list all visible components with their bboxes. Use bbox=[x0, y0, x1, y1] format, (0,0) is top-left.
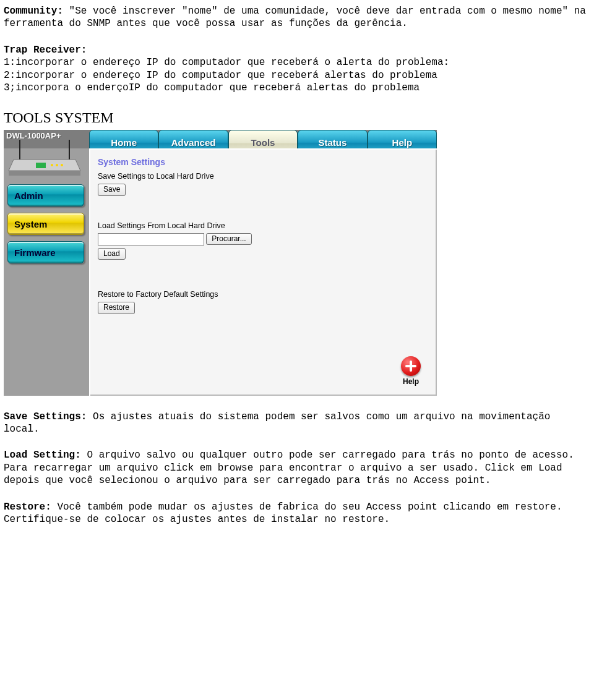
label-load-setting: Load Setting: bbox=[4, 450, 81, 461]
save-button[interactable]: Save bbox=[98, 184, 126, 195]
svg-rect-3 bbox=[36, 163, 46, 168]
side-admin[interactable]: Admin bbox=[7, 184, 84, 207]
trap-line-2: 2:incorporar o endereço IP do computador… bbox=[4, 70, 437, 81]
svg-point-4 bbox=[51, 164, 53, 166]
load-button[interactable]: Load bbox=[98, 248, 126, 260]
label-save-settings: Save Settings: bbox=[4, 411, 87, 422]
svg-rect-2 bbox=[9, 171, 80, 176]
main-panel: System Settings Save Settings to Local H… bbox=[89, 148, 437, 396]
para-community: Community: "Se você inscrever "nome" de … bbox=[4, 5, 590, 30]
screenshot-tools-system: DWL-1000AP+ Home Advanced Tools Status H… bbox=[4, 130, 437, 396]
text-restore: Você também pode mudar os ajustes de fab… bbox=[4, 502, 562, 525]
load-file-input[interactable] bbox=[98, 233, 204, 245]
trap-line-3: 3;incorpora o enderçoIP do computador qu… bbox=[4, 82, 420, 93]
text-community: "Se você inscrever "nome" de uma comunid… bbox=[4, 6, 586, 29]
label-restore: Restore: bbox=[4, 502, 51, 513]
para-trap-receiver: Trap Receiver: 1:incorporar o endereço I… bbox=[4, 44, 590, 95]
help-block[interactable]: Help bbox=[395, 356, 427, 386]
help-label: Help bbox=[395, 377, 427, 386]
text-load-setting: O arquivo salvo ou qualquer outro pode s… bbox=[4, 450, 574, 486]
svg-point-5 bbox=[56, 164, 58, 166]
para-save-settings: Save Settings: Os ajustes atuais do sist… bbox=[4, 411, 590, 436]
system-settings-title: System Settings bbox=[98, 157, 428, 168]
para-load-setting: Load Setting: O arquivo salvo ou qualque… bbox=[4, 449, 590, 487]
label-trap-receiver: Trap Receiver: bbox=[4, 45, 87, 56]
restore-label: Restore to Factory Default Settings bbox=[98, 289, 428, 299]
svg-point-6 bbox=[61, 164, 63, 166]
side-system[interactable]: System bbox=[7, 213, 84, 235]
router-icon bbox=[7, 135, 82, 177]
help-plus-icon bbox=[401, 356, 421, 376]
trap-line-1: 1:incorporar o endereço IP do computador… bbox=[4, 57, 449, 68]
label-community: Community: bbox=[4, 6, 63, 17]
para-restore: Restore: Você também pode mudar os ajust… bbox=[4, 501, 590, 526]
load-settings-label: Load Settings From Local Hard Drive bbox=[98, 221, 428, 231]
save-settings-label: Save Settings to Local Hard Drive bbox=[98, 171, 428, 181]
browse-button[interactable]: Procurar... bbox=[206, 233, 251, 245]
restore-button[interactable]: Restore bbox=[98, 302, 135, 314]
side-firmware[interactable]: Firmware bbox=[7, 241, 84, 263]
heading-tools-system: TOOLS SYSTEM bbox=[4, 108, 590, 127]
